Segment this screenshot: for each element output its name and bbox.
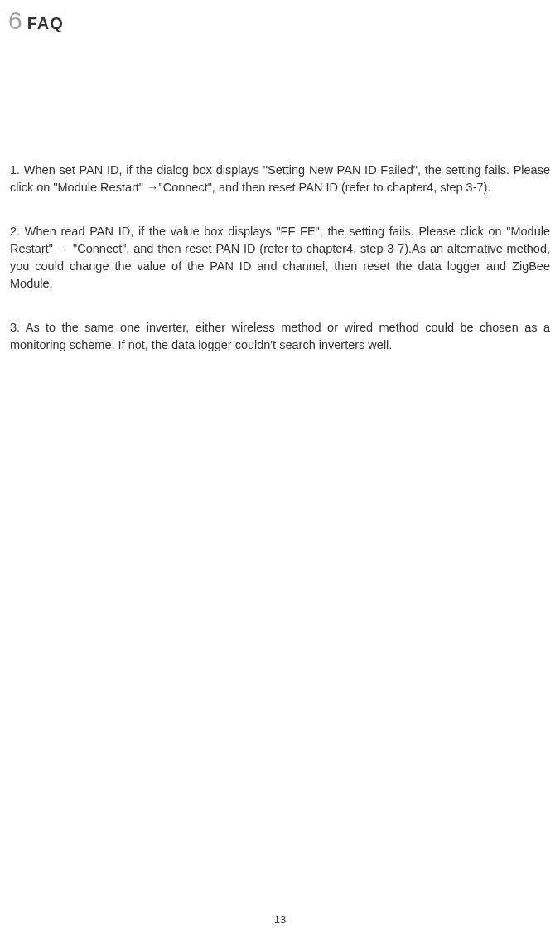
faq-item-1: 1. When set PAN ID, if the dialog box di… — [10, 162, 550, 196]
faq-item-2: 2. When read PAN ID, if the value box di… — [10, 223, 550, 293]
page-number: 13 — [274, 913, 286, 926]
chapter-header: 6 FAQ — [8, 7, 64, 35]
chapter-title: FAQ — [27, 14, 64, 33]
chapter-number: 6 — [8, 7, 22, 35]
page-content: 1. When set PAN ID, if the dialog box di… — [10, 162, 550, 380]
faq-item-3: 3. As to the same one inverter, either w… — [10, 319, 550, 354]
